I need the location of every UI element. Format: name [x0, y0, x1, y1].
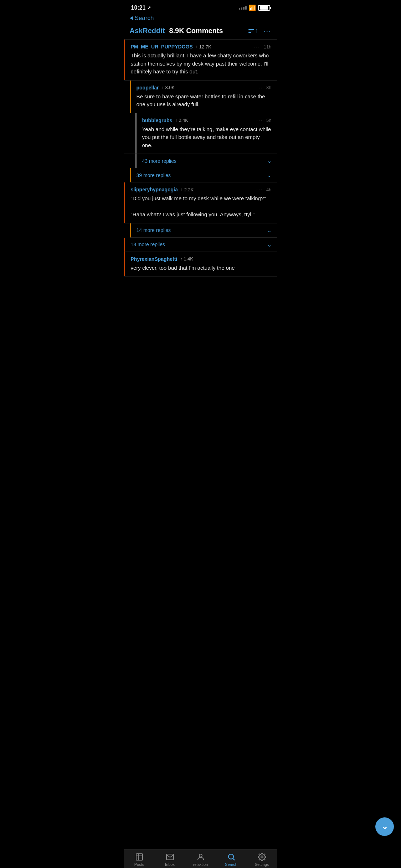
- comment-meta-left: bubblegrubs ↑ 2.4K: [142, 118, 189, 123]
- comment-text: "Did you just walk me to my desk while w…: [131, 195, 272, 219]
- time: 10:21: [131, 5, 146, 11]
- comment-body-area: bubblegrubs ↑ 2.4K ··· 5h Yeah and while…: [135, 113, 277, 154]
- vote-info: ↑ 1.4K: [180, 256, 193, 262]
- status-bar: 10:21 ↗ 📶: [124, 0, 277, 13]
- comment-text: This is actually brilliant. I have a few…: [131, 52, 272, 76]
- tab-label-settings: Settings: [255, 862, 269, 867]
- page-header: AskReddit 8.9K Comments ↑ ···: [124, 25, 277, 40]
- more-options-button[interactable]: ···: [263, 27, 272, 35]
- more-replies-item[interactable]: 18 more replies ⌄: [124, 238, 277, 252]
- comment-item: poopellar ↑ 3.0K ··· 8h Be sure to have …: [124, 81, 277, 113]
- comment-body-area: slipperyhypnagogia ↑ 2.2K ··· 4h "Did yo…: [124, 182, 277, 223]
- more-replies-item[interactable]: 43 more replies ⌄: [135, 154, 277, 168]
- comment-meta: poopellar ↑ 3.0K ··· 8h: [137, 85, 272, 91]
- more-replies-text: 39 more replies: [137, 172, 171, 178]
- comment-item: slipperyhypnagogia ↑ 2.2K ··· 4h "Did yo…: [124, 182, 277, 223]
- chevron-down-icon: ⌄: [267, 227, 272, 234]
- comment-meta: bubblegrubs ↑ 2.4K ··· 5h: [142, 118, 272, 123]
- comment-meta-left: PM_ME_UR_PUPPYDOGS ↑ 12.7K: [131, 44, 211, 50]
- tab-item-settings[interactable]: Settings: [247, 853, 277, 867]
- wifi-icon: 📶: [249, 4, 256, 11]
- upvote-arrow-icon: ↑: [196, 44, 198, 49]
- comment-meta: PM_ME_UR_PUPPYDOGS ↑ 12.7K ··· 11h: [131, 44, 272, 50]
- more-replies-item[interactable]: 14 more replies ⌄: [130, 223, 277, 238]
- more-replies-text: 43 more replies: [142, 158, 177, 164]
- tab-item-search[interactable]: Search: [216, 853, 247, 867]
- comment-meta-left: PhyrexianSpaghetti ↑ 1.4K: [131, 256, 193, 262]
- comment-text: Yeah and while they're talking, make eye…: [142, 125, 272, 150]
- comment-item: PhyrexianSpaghetti ↑ 1.4K very clever, t…: [124, 252, 277, 277]
- tab-label-profile: relaxtion: [193, 862, 208, 867]
- comment-username[interactable]: PM_ME_UR_PUPPYDOGS: [131, 44, 193, 50]
- comment-username[interactable]: poopellar: [137, 85, 159, 91]
- sort-button[interactable]: ↑: [248, 27, 258, 35]
- subreddit-link[interactable]: AskReddit: [130, 27, 165, 35]
- tab-label-posts: Posts: [134, 862, 144, 867]
- chevron-down-icon: ⌄: [267, 172, 272, 179]
- vote-count: 3.0K: [165, 85, 175, 90]
- upvote-arrow-icon: ↑: [175, 118, 177, 123]
- comment-meta: PhyrexianSpaghetti ↑ 1.4K: [131, 256, 272, 262]
- header-icons: ↑ ···: [248, 27, 272, 35]
- comment-time: 5h: [266, 118, 271, 123]
- comment-text: very clever, too bad that I'm actually t…: [131, 264, 272, 272]
- signal-icon: [239, 6, 247, 10]
- upvote-arrow-icon: ↑: [181, 187, 183, 192]
- comment-body-area: PM_ME_UR_PUPPYDOGS ↑ 12.7K ··· 11h This …: [124, 40, 277, 80]
- svg-point-6: [261, 856, 263, 858]
- vote-info: ↑ 2.2K: [181, 187, 194, 192]
- comment-more-icon[interactable]: ···: [254, 44, 260, 50]
- battery-icon: [258, 5, 270, 11]
- comment-username[interactable]: slipperyhypnagogia: [131, 187, 178, 192]
- comments-count: 8.9K Comments: [169, 27, 244, 35]
- tab-item-inbox[interactable]: Inbox: [155, 853, 185, 867]
- comment-meta-left: poopellar ↑ 3.0K: [137, 85, 175, 91]
- comments-container: PM_ME_UR_PUPPYDOGS ↑ 12.7K ··· 11h This …: [124, 40, 277, 312]
- comment-item: bubblegrubs ↑ 2.4K ··· 5h Yeah and while…: [124, 113, 277, 154]
- comment-username[interactable]: PhyrexianSpaghetti: [131, 256, 178, 262]
- location-arrow-icon: ↗: [147, 5, 151, 10]
- comment-body-area: PhyrexianSpaghetti ↑ 1.4K very clever, t…: [124, 252, 277, 277]
- posts-icon: [135, 853, 144, 861]
- comment-username[interactable]: bubblegrubs: [142, 118, 173, 123]
- more-replies-text: 18 more replies: [131, 242, 165, 247]
- comment-meta-right: ··· 11h: [254, 44, 271, 50]
- more-replies-item[interactable]: 39 more replies ⌄: [130, 168, 277, 182]
- comment-time: 4h: [266, 187, 271, 192]
- svg-rect-0: [136, 854, 143, 860]
- upvote-arrow-icon: ↑: [162, 85, 164, 90]
- profile-icon: [196, 853, 205, 861]
- upvote-arrow-icon: ↑: [180, 257, 182, 262]
- status-time-area: 10:21 ↗: [131, 5, 151, 11]
- comment-more-icon[interactable]: ···: [256, 85, 263, 91]
- svg-line-5: [233, 859, 235, 861]
- vote-info: ↑ 3.0K: [162, 85, 175, 90]
- tab-item-posts[interactable]: Posts: [124, 853, 155, 867]
- vote-count: 1.4K: [184, 256, 193, 262]
- comment-more-icon[interactable]: ···: [256, 187, 263, 192]
- comment-time: 11h: [264, 44, 272, 50]
- inbox-icon: [166, 853, 174, 861]
- vote-info: ↑ 2.4K: [175, 118, 188, 123]
- vote-count: 12.7K: [199, 44, 211, 50]
- back-button[interactable]: Search: [130, 15, 154, 22]
- tab-label-inbox: Inbox: [165, 862, 175, 867]
- chevron-down-icon: ⌄: [267, 241, 272, 248]
- comment-meta: slipperyhypnagogia ↑ 2.2K ··· 4h: [131, 187, 272, 192]
- search-icon: [227, 853, 236, 861]
- comment-more-icon[interactable]: ···: [256, 118, 263, 123]
- vote-count: 2.4K: [179, 118, 188, 123]
- tab-item-profile[interactable]: relaxtion: [185, 853, 216, 867]
- back-nav[interactable]: Search: [124, 13, 277, 25]
- comment-meta-right: ··· 4h: [256, 187, 271, 192]
- svg-point-3: [199, 854, 202, 857]
- settings-icon: [258, 853, 266, 861]
- comment-meta-right: ··· 5h: [256, 118, 271, 123]
- comment-meta-right: ··· 8h: [256, 85, 271, 91]
- vote-count: 2.2K: [184, 187, 194, 192]
- comment-time: 8h: [266, 85, 271, 90]
- svg-point-4: [228, 854, 233, 859]
- vote-info: ↑ 12.7K: [196, 44, 211, 50]
- comment-meta-left: slipperyhypnagogia ↑ 2.2K: [131, 187, 194, 192]
- tab-label-search: Search: [225, 862, 237, 867]
